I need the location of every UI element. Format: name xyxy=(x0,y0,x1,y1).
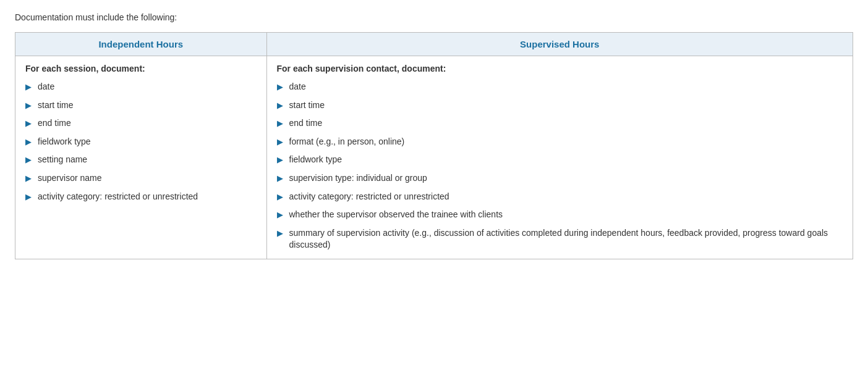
list-item: ▶whether the supervisor observed the tra… xyxy=(277,209,843,221)
independent-hours-header: Independent Hours xyxy=(15,33,267,56)
list-item: ▶summary of supervision activity (e.g., … xyxy=(277,227,843,251)
arrow-icon: ▶ xyxy=(25,154,32,166)
item-text: date xyxy=(38,81,54,93)
arrow-icon: ▶ xyxy=(25,136,32,148)
list-item: ▶date xyxy=(277,81,843,93)
item-text: fieldwork type xyxy=(38,136,91,148)
arrow-icon: ▶ xyxy=(25,173,32,184)
list-item: ▶setting name xyxy=(25,154,257,166)
item-text: start time xyxy=(38,99,74,112)
list-item: ▶fieldwork type xyxy=(277,154,843,166)
arrow-icon: ▶ xyxy=(25,82,32,93)
list-item: ▶format (e.g., in person, online) xyxy=(277,136,843,148)
independent-hours-content: For each session, document: ▶date▶start … xyxy=(15,56,267,259)
arrow-icon: ▶ xyxy=(277,82,283,93)
arrow-icon: ▶ xyxy=(277,136,283,148)
item-text: fieldwork type xyxy=(289,154,343,166)
item-text: end time xyxy=(38,117,71,130)
item-text: whether the supervisor observed the trai… xyxy=(289,209,503,221)
list-item: ▶activity category: restricted or unrest… xyxy=(25,191,257,203)
list-item: ▶start time xyxy=(277,99,843,112)
item-text: start time xyxy=(289,99,325,112)
arrow-icon: ▶ xyxy=(25,100,32,111)
item-text: supervision type: individual or group xyxy=(289,172,427,185)
list-item: ▶supervisor name xyxy=(25,172,257,185)
documentation-table: Independent Hours Supervised Hours For e… xyxy=(15,32,853,259)
supervised-hours-content: For each supervision contact, document: … xyxy=(266,56,853,259)
list-item: ▶supervision type: individual or group xyxy=(277,172,843,185)
list-item: ▶fieldwork type xyxy=(25,136,257,148)
arrow-icon: ▶ xyxy=(277,191,283,203)
item-text: setting name xyxy=(38,154,87,166)
item-text: activity category: restricted or unrestr… xyxy=(289,191,449,203)
item-text: summary of supervision activity (e.g., d… xyxy=(289,227,843,251)
arrow-icon: ▶ xyxy=(277,118,283,129)
arrow-icon: ▶ xyxy=(277,100,283,111)
arrow-icon: ▶ xyxy=(25,191,32,203)
list-item: ▶end time xyxy=(25,117,257,130)
list-item: ▶activity category: restricted or unrest… xyxy=(277,191,843,203)
item-text: supervisor name xyxy=(38,172,102,185)
list-item: ▶date xyxy=(25,81,257,93)
item-text: end time xyxy=(289,117,323,130)
supervised-hours-header: Supervised Hours xyxy=(266,33,853,56)
independent-list: ▶date▶start time▶end time▶fieldwork type… xyxy=(25,81,257,203)
supervised-section-header: For each supervision contact, document: xyxy=(277,64,843,73)
item-text: format (e.g., in person, online) xyxy=(289,136,405,148)
list-item: ▶end time xyxy=(277,117,843,130)
item-text: activity category: restricted or unrestr… xyxy=(38,191,198,203)
arrow-icon: ▶ xyxy=(277,154,283,166)
item-text: date xyxy=(289,81,306,93)
independent-section-header: For each session, document: xyxy=(25,64,257,73)
intro-text: Documentation must include the following… xyxy=(15,12,853,22)
supervised-list: ▶date▶start time▶end time▶format (e.g., … xyxy=(277,81,843,251)
list-item: ▶start time xyxy=(25,99,257,112)
arrow-icon: ▶ xyxy=(25,118,32,129)
arrow-icon: ▶ xyxy=(277,173,283,184)
arrow-icon: ▶ xyxy=(277,209,283,220)
arrow-icon: ▶ xyxy=(277,228,283,239)
